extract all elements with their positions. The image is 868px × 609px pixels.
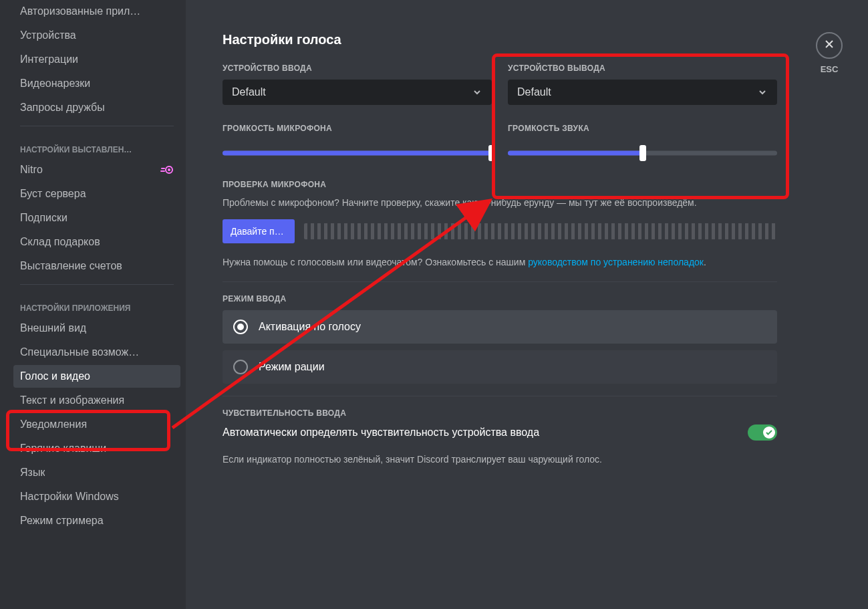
sidebar-item-authorized-apps[interactable]: Авторизованные прил… xyxy=(13,0,180,23)
sidebar-header-app: НАСТРОЙКИ ПРИЛОЖЕНИЯ xyxy=(13,291,180,317)
sidebar-header-billing: НАСТРОЙКИ ВЫСТАВЛЕН… xyxy=(13,133,180,158)
slider-handle[interactable] xyxy=(639,145,646,161)
input-volume-slider[interactable] xyxy=(223,148,492,158)
help-text: Нужна помощь с голосовым или видеочатом?… xyxy=(223,255,777,269)
settings-main: Настройки голоса УСТРОЙСТВО ВВОДА Defaul… xyxy=(186,0,868,609)
sensitivity-desc: Если индикатор полностью зелёный, значит… xyxy=(223,453,777,467)
input-device-label: УСТРОЙСТВО ВВОДА xyxy=(223,64,492,73)
input-volume-label: ГРОМКОСТЬ МИКРОФОНА xyxy=(223,124,492,133)
sidebar-divider xyxy=(20,284,174,285)
sidebar-item-language[interactable]: Язык xyxy=(13,461,180,484)
output-device-select[interactable]: Default xyxy=(508,80,777,105)
sidebar-item-windows-settings[interactable]: Настройки Windows xyxy=(13,485,180,508)
input-mode-voice-activity[interactable]: Активация по голосу xyxy=(223,310,777,344)
output-device-value: Default xyxy=(517,86,551,98)
close-button[interactable] xyxy=(816,32,843,59)
chevron-down-icon xyxy=(472,87,482,98)
sidebar-item-gift-inventory[interactable]: Склад подарков xyxy=(13,231,180,253)
toggle-knob xyxy=(763,427,775,439)
divider xyxy=(223,396,777,396)
sidebar-item-keybinds[interactable]: Горячие клавиши xyxy=(13,437,180,460)
auto-sensitivity-label: Автоматически определять чувствительност… xyxy=(223,427,539,439)
sidebar-item-clips[interactable]: Видеонарезки xyxy=(13,72,180,95)
sidebar-item-billing[interactable]: Выставление счетов xyxy=(13,255,180,277)
sidebar-divider xyxy=(20,126,174,126)
esc-label: ESC xyxy=(816,64,843,74)
settings-sidebar: Авторизованные прил… Устройства Интеграц… xyxy=(0,0,186,609)
sidebar-item-streamer-mode[interactable]: Режим стримера xyxy=(13,509,180,532)
radio-icon xyxy=(233,320,248,334)
svg-point-1 xyxy=(168,168,170,171)
sidebar-item-server-boost[interactable]: Буст сервера xyxy=(13,182,180,205)
output-device-label: УСТРОЙСТВО ВЫВОДА xyxy=(508,64,777,73)
sidebar-item-text-images[interactable]: Текст и изображения xyxy=(13,389,180,412)
sidebar-item-integrations[interactable]: Интеграции xyxy=(13,48,180,71)
radio-icon xyxy=(233,360,248,374)
output-volume-label: ГРОМКОСТЬ ЗВУКА xyxy=(508,124,777,133)
sidebar-item-appearance[interactable]: Внешний вид xyxy=(13,317,180,340)
mic-test-button[interactable]: Давайте пр… xyxy=(223,219,295,243)
sidebar-item-nitro[interactable]: Nitro xyxy=(13,158,180,181)
sidebar-item-voice-video[interactable]: Голос и видео xyxy=(13,365,180,388)
nitro-icon xyxy=(160,165,174,174)
sidebar-item-subscriptions[interactable]: Подписки xyxy=(13,207,180,229)
sidebar-item-notifications[interactable]: Уведомления xyxy=(13,413,180,436)
input-mode-push-to-talk[interactable]: Режим рации xyxy=(223,350,777,384)
input-mode-label: РЕЖИМ ВВОДА xyxy=(223,294,777,303)
page-title: Настройки голоса xyxy=(223,32,777,47)
chevron-down-icon xyxy=(757,87,768,98)
mic-vu-meter xyxy=(304,223,777,239)
slider-handle[interactable] xyxy=(488,145,495,161)
output-volume-slider[interactable] xyxy=(508,148,777,158)
auto-sensitivity-toggle[interactable] xyxy=(748,424,777,441)
help-link[interactable]: руководством по устранению неполадок xyxy=(528,257,704,267)
sidebar-item-friend-requests[interactable]: Запросы дружбы xyxy=(13,96,180,119)
input-device-value: Default xyxy=(232,86,266,98)
close-icon xyxy=(823,38,835,53)
mic-test-label: ПРОВЕРКА МИКРОФОНА xyxy=(223,180,777,189)
sidebar-item-devices[interactable]: Устройства xyxy=(13,24,180,47)
mic-test-desc: Проблемы с микрофоном? Начните проверку,… xyxy=(223,196,777,210)
sidebar-item-accessibility[interactable]: Специальные возмож… xyxy=(13,341,180,364)
input-device-select[interactable]: Default xyxy=(223,80,492,105)
sensitivity-label: ЧУВСТВИТЕЛЬНОСТЬ ВВОДА xyxy=(223,408,777,418)
divider xyxy=(223,281,777,282)
